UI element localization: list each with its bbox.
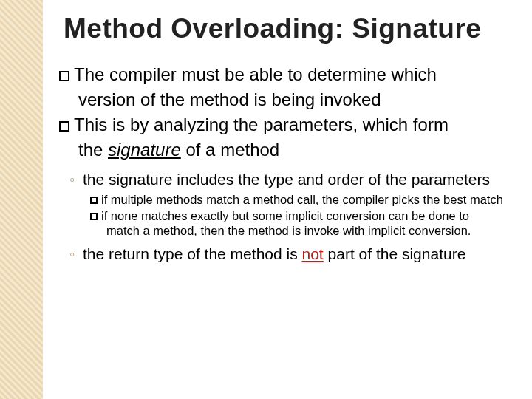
- sub-bullet-1: ◦the signature includes the type and ord…: [69, 170, 505, 188]
- sub-bullet-2-pre: the return type of the method is: [83, 245, 302, 262]
- square-bullet-icon: [59, 71, 69, 81]
- sub-bullets: ◦the signature includes the type and ord…: [69, 170, 505, 263]
- sub-bullet-1-text: the signature includes the type and orde…: [83, 171, 490, 188]
- square-bullet-icon: [59, 121, 69, 132]
- bullet-2-post: of a method: [181, 140, 279, 160]
- bullet-1-line1: The compiler must be able to determine w…: [74, 64, 437, 84]
- sub-sub-bullet-2-text: if none matches exactly but some implici…: [101, 209, 471, 237]
- bullet-2-line1: This is by analyzing the parameters, whi…: [74, 115, 449, 134]
- bullet-1-line2: version of the method is being invoked: [78, 89, 381, 109]
- sub-bullet-2-post: part of the signature: [324, 245, 466, 262]
- circle-bullet-icon: ◦: [69, 245, 83, 263]
- bullet-1: The compiler must be able to determine w…: [59, 64, 507, 86]
- sub-bullet-2-not: not: [302, 245, 324, 262]
- slide-content: Method Overloading: Signature The compil…: [0, 0, 532, 399]
- square-bullet-icon: [90, 213, 98, 220]
- square-bullet-icon: [90, 197, 98, 204]
- sub-sub-bullet-2: if none matches exactly but some implici…: [90, 209, 505, 239]
- bullet-1-cont: version of the method is being invoked: [59, 89, 507, 111]
- sub-sub-bullet-1: if multiple methods match a method call,…: [90, 193, 505, 208]
- slide-title: Method Overloading: Signature: [64, 13, 511, 44]
- circle-bullet-icon: ◦: [69, 170, 83, 188]
- bullet-2: This is by analyzing the parameters, whi…: [59, 114, 507, 136]
- sub-bullet-2: ◦the return type of the method is not pa…: [69, 245, 505, 263]
- slide-body: The compiler must be able to determine w…: [59, 64, 511, 263]
- sub-sub-bullets: if multiple methods match a method call,…: [90, 193, 505, 238]
- bullet-2-signature: signature: [108, 140, 181, 160]
- sub-sub-bullet-1-text: if multiple methods match a method call,…: [101, 193, 503, 206]
- bullet-2-cont: the signature of a method: [59, 139, 507, 161]
- bullet-2-pre: the: [78, 140, 108, 160]
